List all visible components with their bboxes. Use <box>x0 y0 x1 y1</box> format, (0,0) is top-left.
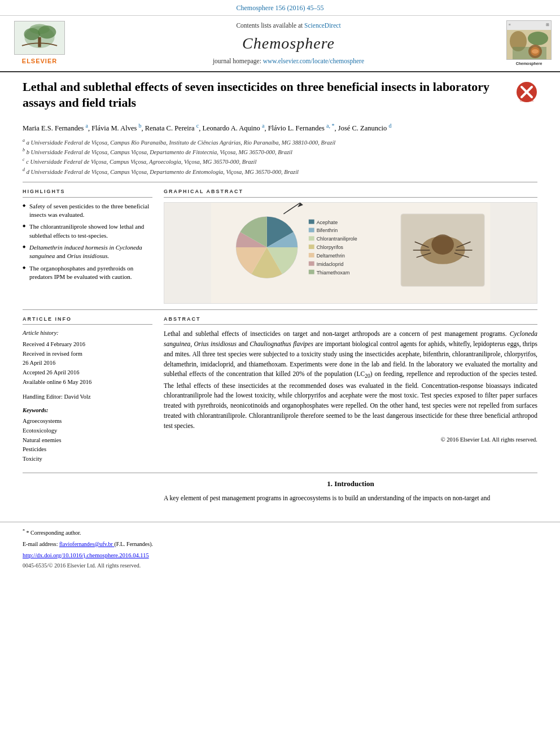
sciencedirect-link: Contents lists available at ScienceDirec… <box>236 21 340 30</box>
issn-line: 0045-6535/© 2016 Elsevier Ltd. All right… <box>23 562 537 570</box>
graphical-abstract-image: Acephate Bifenthrin Chlorantraniliprole … <box>164 202 537 304</box>
article-info-column: ARTICLE INFO Article history: Received 4… <box>23 316 152 465</box>
svg-rect-31 <box>309 269 314 274</box>
intro-title: Introduction <box>334 479 374 488</box>
keyword-5: Toxicity <box>23 455 152 464</box>
affiliation-b: b b Universidade Federal de Viçosa, Camp… <box>23 147 537 156</box>
available-date: Available online 6 May 2016 <box>23 378 152 387</box>
cover-image <box>507 30 551 60</box>
affiliation-a: a a Universidade Federal de Viçosa, Camp… <box>23 137 537 147</box>
graphical-abstract-column: GRAPHICAL ABSTRACT <box>164 188 537 304</box>
svg-text:Chlorpyrifos: Chlorpyrifos <box>317 244 344 250</box>
article-title-section: Lethal and sublethal effects of seven in… <box>23 79 537 116</box>
accepted-date: Accepted 26 April 2016 <box>23 368 152 378</box>
intro-right-column: 1. Introduction A key element of pest ma… <box>164 479 537 504</box>
svg-text:Acephate: Acephate <box>317 219 338 225</box>
highlight-item-3: Deltamethrin induced hormesis in Cyclone… <box>23 243 152 261</box>
abstract-text: Lethal and sublethal effects of insectic… <box>164 329 537 431</box>
svg-text:Chlorantraniliprole: Chlorantraniliprole <box>317 236 357 242</box>
crossmark-badge[interactable]: CrossMark <box>516 81 537 103</box>
article-history: Article history: Received 4 February 201… <box>23 329 152 387</box>
svg-rect-27 <box>309 253 314 257</box>
keyword-1: Agroecosystems <box>23 417 152 426</box>
highlight-item-1: Safety of seven pesticides to the three … <box>23 202 152 220</box>
keywords-heading: Keywords: <box>23 407 152 415</box>
graphical-abstract-heading: GRAPHICAL ABSTRACT <box>164 188 537 198</box>
intro-left-space <box>23 479 152 504</box>
divider-1 <box>23 182 537 182</box>
svg-point-5 <box>29 24 50 34</box>
journal-header-left: ELSEVIER <box>6 20 73 67</box>
highlight-item-2: The chlorantraniliprole showed low letha… <box>23 222 152 240</box>
svg-text:Deltamethrin: Deltamethrin <box>317 252 345 258</box>
main-content: Lethal and sublethal effects of seven in… <box>0 72 560 510</box>
journal-header-right: ≡⊞ Chemosphere <box>504 20 554 67</box>
divider-3 <box>23 473 537 473</box>
abstract-heading: ABSTRACT <box>164 316 537 325</box>
journal-homepage: journal homepage: www.elsevier.com/locat… <box>213 56 364 65</box>
highlights-heading: HIGHLIGHTS <box>23 188 152 198</box>
svg-point-12 <box>532 49 539 54</box>
svg-point-8 <box>528 32 548 45</box>
footer: * * Corresponding author. E-mail address… <box>0 522 560 578</box>
svg-text:CrossMark: CrossMark <box>520 99 534 102</box>
highlight-item-4: The organophosphates and pyrethroids on … <box>23 264 152 282</box>
elsevier-logo-image <box>14 21 65 55</box>
handling-editor-label: Handling Editor: <box>23 394 63 400</box>
svg-rect-23 <box>309 236 314 241</box>
svg-text:Imidacloprid: Imidacloprid <box>317 261 344 267</box>
svg-rect-19 <box>309 219 314 224</box>
keyword-2: Ecotoxicology <box>23 427 152 435</box>
keyword-4: Pesticides <box>23 445 152 454</box>
article-info-heading: ARTICLE INFO <box>23 316 152 325</box>
authors-line: Maria E.S. Fernandes a, Flávia M. Alves … <box>23 121 537 134</box>
svg-rect-2 <box>38 37 41 47</box>
highlights-list: Safety of seven pesticides to the three … <box>23 202 152 282</box>
introduction-text: A key element of pest management program… <box>164 493 537 504</box>
abstract-column: ABSTRACT Lethal and sublethal effects of… <box>164 316 537 465</box>
affiliation-c: c c Universidade Federal de Viçosa, Camp… <box>23 156 537 166</box>
keywords-list: Agroecosystems Ecotoxicology Natural ene… <box>23 417 152 463</box>
journal-name: Chemosphere <box>242 32 335 54</box>
affiliations: a a Universidade Federal de Viçosa, Camp… <box>23 137 537 176</box>
article-title: Lethal and sublethal effects of seven in… <box>23 79 510 111</box>
intro-number: 1. <box>327 479 333 488</box>
keywords-section: Keywords: Agroecosystems Ecotoxicology N… <box>23 407 152 463</box>
svg-rect-21 <box>309 228 314 232</box>
cover-top-bar: ≡⊞ <box>507 21 551 30</box>
received-date: Received 4 February 2016 <box>23 340 152 350</box>
highlights-graphical-section: HIGHLIGHTS Safety of seven pesticides to… <box>23 188 537 304</box>
email-link[interactable]: flaviofernandes@ufv.br <box>59 541 114 547</box>
svg-point-35 <box>431 234 454 255</box>
svg-rect-29 <box>309 261 314 265</box>
revised-date: 26 April 2016 <box>23 359 152 368</box>
svg-text:Thiamethoxam: Thiamethoxam <box>317 269 350 275</box>
elsevier-logo: ELSEVIER <box>14 21 65 65</box>
citation-text: Chemosphere 156 (2016) 45–55 <box>237 4 324 12</box>
divider-2 <box>23 309 537 310</box>
keyword-3: Natural enemies <box>23 436 152 445</box>
journal-cover-thumbnail: ≡⊞ <box>506 20 552 60</box>
handling-editor: Handling Editor: David Volz <box>23 393 152 401</box>
homepage-link[interactable]: www.elsevier.com/locate/chemosphere <box>263 58 364 64</box>
journal-header-center: Contents lists available at ScienceDirec… <box>79 20 498 67</box>
citation-bar: Chemosphere 156 (2016) 45–55 <box>0 0 560 16</box>
copyright-line: © 2016 Elsevier Ltd. All rights reserved… <box>164 436 537 444</box>
elsevier-label: ELSEVIER <box>22 57 57 65</box>
corresponding-author-note: * * Corresponding author. <box>23 528 537 537</box>
doi-link[interactable]: http://dx.doi.org/10.1016/j.chemosphere.… <box>23 552 537 560</box>
doi-anchor[interactable]: http://dx.doi.org/10.1016/j.chemosphere.… <box>23 552 149 558</box>
cover-label: Chemosphere <box>516 61 542 67</box>
sciencedirect-anchor[interactable]: ScienceDirect <box>304 22 341 29</box>
svg-text:Bifenthrin: Bifenthrin <box>317 228 338 233</box>
handling-editor-name: David Volz <box>64 394 91 400</box>
affiliation-d: d d Universidade Federal de Viçosa, Camp… <box>23 167 537 176</box>
introduction-section: 1. Introduction A key element of pest ma… <box>23 479 537 504</box>
introduction-heading: 1. Introduction <box>164 479 537 489</box>
svg-rect-25 <box>309 244 314 249</box>
info-abstract-section: ARTICLE INFO Article history: Received 4… <box>23 316 537 465</box>
revised-label: Received in revised form <box>23 350 152 359</box>
journal-header: ELSEVIER Contents lists available at Sci… <box>0 16 560 72</box>
history-heading: Article history: <box>23 329 152 338</box>
email-note: E-mail address: flaviofernandes@ufv.br (… <box>23 540 537 548</box>
